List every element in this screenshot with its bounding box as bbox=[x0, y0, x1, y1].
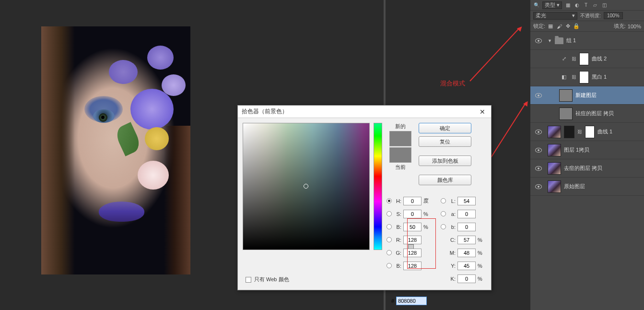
hex-prefix: # bbox=[391, 298, 394, 304]
layer-qudou-copy[interactable]: 祛痘的图层 拷贝 bbox=[530, 105, 644, 123]
mask-thumb[interactable] bbox=[579, 53, 589, 65]
fill-value[interactable]: 100% bbox=[628, 24, 641, 29]
close-button[interactable]: ✕ bbox=[478, 107, 487, 117]
lock-move-icon[interactable]: ✥ bbox=[564, 23, 571, 30]
visibility-icon[interactable] bbox=[535, 38, 542, 43]
filter-shape-icon[interactable]: ▱ bbox=[592, 2, 598, 9]
chevron-down-icon[interactable]: ▼ bbox=[548, 38, 552, 43]
radio-l[interactable] bbox=[441, 198, 446, 203]
layer-bw-1[interactable]: ◧ ⛓ 黑白 1 bbox=[530, 68, 644, 86]
dialog-titlebar[interactable]: 拾色器（前景色） ✕ bbox=[238, 106, 491, 118]
lock-transparent-icon[interactable]: ▦ bbox=[547, 23, 554, 30]
document-image[interactable] bbox=[41, 26, 190, 274]
visibility-icon[interactable] bbox=[535, 148, 542, 153]
filter-adjust-icon[interactable]: ◐ bbox=[574, 2, 580, 9]
filter-pixel-icon[interactable]: ▦ bbox=[564, 2, 571, 9]
layer-name[interactable]: 新建图层 bbox=[575, 92, 597, 99]
layer-qudou-2[interactable]: 去痘的图层 拷贝 bbox=[530, 159, 644, 178]
bw-icon: ◧ bbox=[559, 72, 569, 82]
layer-name[interactable]: 原始图层 bbox=[564, 183, 585, 190]
link-icon[interactable]: ⛓ bbox=[572, 74, 576, 80]
input-y[interactable] bbox=[457, 262, 476, 270]
color-picker-dialog: 拾色器（前景色） ✕ 新的 当前 确定 复位 添加到色板 颜色库 H:度L: S… bbox=[237, 105, 492, 290]
layer-name[interactable]: 图层 1拷贝 bbox=[564, 146, 589, 154]
blend-mode-select[interactable]: 柔光▾ bbox=[533, 12, 577, 20]
filter-type-icon[interactable]: T bbox=[583, 2, 589, 9]
hex-row: # bbox=[391, 297, 427, 305]
mask-thumb[interactable] bbox=[579, 71, 589, 83]
input-c[interactable] bbox=[457, 236, 476, 244]
cancel-button[interactable]: 复位 bbox=[419, 136, 471, 147]
web-only-checkbox[interactable] bbox=[246, 277, 251, 283]
radio-bl[interactable] bbox=[386, 263, 392, 268]
layer-thumb-2[interactable] bbox=[564, 126, 574, 138]
radio-b2[interactable] bbox=[441, 224, 446, 229]
layer-thumb[interactable] bbox=[559, 89, 573, 102]
layer-name[interactable]: 曲线 1 bbox=[597, 128, 612, 135]
curves-icon: ⤢ bbox=[559, 54, 569, 64]
visibility-icon[interactable] bbox=[535, 93, 542, 98]
folder-icon bbox=[555, 37, 563, 44]
layer-name[interactable]: 黑白 1 bbox=[592, 73, 607, 81]
radio-a[interactable] bbox=[441, 211, 446, 216]
lock-label: 锁定: bbox=[533, 23, 545, 30]
color-lib-button[interactable]: 颜色库 bbox=[419, 175, 471, 185]
current-color-swatch[interactable] bbox=[389, 147, 411, 163]
new-color-label: 新的 bbox=[395, 123, 406, 130]
input-s[interactable] bbox=[403, 210, 422, 218]
ok-button[interactable]: 确定 bbox=[419, 123, 471, 133]
add-swatch-button[interactable]: 添加到色板 bbox=[419, 155, 471, 166]
hue-slider[interactable] bbox=[374, 123, 382, 250]
opacity-value[interactable]: 100% bbox=[604, 12, 623, 19]
radio-b[interactable] bbox=[386, 224, 392, 229]
input-a[interactable] bbox=[457, 210, 476, 218]
radio-h[interactable] bbox=[386, 198, 392, 203]
layer-thumb[interactable] bbox=[548, 180, 561, 193]
filter-type-select[interactable]: 类型▾ bbox=[542, 1, 562, 9]
layer-thumb[interactable] bbox=[548, 144, 561, 156]
radio-g[interactable] bbox=[386, 250, 392, 255]
filter-smart-icon[interactable]: ◫ bbox=[601, 2, 608, 9]
visibility-icon[interactable] bbox=[535, 166, 542, 171]
layer-thumb[interactable] bbox=[548, 126, 561, 138]
link-icon[interactable]: ⛓ bbox=[572, 56, 576, 61]
input-h[interactable] bbox=[403, 197, 422, 205]
web-only-label: 只有 Web 颜色 bbox=[254, 276, 289, 283]
color-cursor[interactable] bbox=[304, 184, 308, 189]
link-icon[interactable]: ⛓ bbox=[577, 129, 582, 134]
input-m[interactable] bbox=[457, 249, 476, 257]
dialog-title: 拾色器（前景色） bbox=[242, 107, 478, 116]
hex-input[interactable] bbox=[396, 297, 427, 305]
layer-1-copy[interactable]: 图层 1拷贝 bbox=[530, 141, 644, 159]
layer-thumb[interactable] bbox=[559, 107, 573, 120]
annotation-blend-mode: 混合模式 bbox=[440, 79, 465, 88]
input-k[interactable] bbox=[457, 274, 476, 283]
layer-original[interactable]: 原始图层 bbox=[530, 178, 644, 196]
opacity-label: 不透明度: bbox=[580, 12, 601, 19]
layer-name[interactable]: 曲线 2 bbox=[592, 55, 607, 62]
arrow-1 bbox=[469, 29, 518, 82]
web-colors-row: 只有 Web 颜色 bbox=[246, 276, 289, 283]
lock-fill-row: 锁定: ▦ 🖌 ✥ 🔒 填充: 100% bbox=[530, 21, 644, 32]
visibility-icon[interactable] bbox=[535, 130, 542, 134]
input-b[interactable] bbox=[457, 223, 476, 231]
layer-curves-2[interactable]: ⤢ ⛓ 曲线 2 bbox=[530, 50, 644, 68]
new-color-swatch bbox=[389, 131, 411, 146]
visibility-icon[interactable] bbox=[535, 184, 542, 189]
layer-curves-1[interactable]: ⛓ 曲线 1 bbox=[530, 123, 644, 141]
mask-thumb[interactable] bbox=[585, 126, 595, 138]
input-l[interactable] bbox=[457, 197, 476, 205]
layer-thumb[interactable] bbox=[548, 162, 561, 175]
layer-new[interactable]: 新建图层 bbox=[530, 86, 644, 105]
layer-name[interactable]: 组 1 bbox=[566, 37, 576, 44]
arrow-1-head bbox=[517, 25, 524, 32]
layer-name[interactable]: 去痘的图层 拷贝 bbox=[564, 165, 602, 172]
radio-r[interactable] bbox=[386, 237, 392, 242]
radio-s[interactable] bbox=[386, 211, 392, 216]
layer-name[interactable]: 祛痘的图层 拷贝 bbox=[575, 110, 614, 117]
layer-group[interactable]: ▼ 组 1 bbox=[530, 32, 644, 50]
lock-paint-icon[interactable]: 🖌 bbox=[556, 23, 562, 30]
lock-all-icon[interactable]: 🔒 bbox=[573, 23, 580, 30]
color-field[interactable] bbox=[243, 123, 370, 250]
search-icon[interactable]: 🔍 bbox=[533, 2, 540, 9]
